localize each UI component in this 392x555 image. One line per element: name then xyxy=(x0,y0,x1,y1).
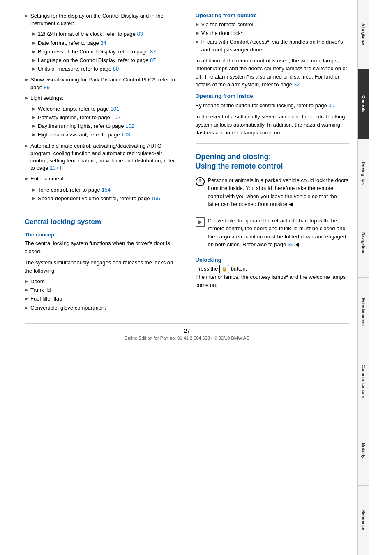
footer: 27 Online Edition for Part no. 01 41 2 6… xyxy=(25,323,349,340)
operating-outside-list: ▶ Via the remote control ▶ Via the door … xyxy=(196,21,350,53)
unlock-key-icon: 🔒 xyxy=(219,265,229,273)
warning-box: ! Persons or animals in a parked vehicle… xyxy=(196,176,350,212)
bullet-triangle: ▶ xyxy=(32,114,35,120)
link-154[interactable]: 154 xyxy=(101,187,111,193)
operating-inside-p1: By means of the button for central locki… xyxy=(196,102,350,110)
light-settings-list: ▶ Light settings: xyxy=(25,95,179,102)
list-item: ▶ Via the door lock* xyxy=(196,30,350,37)
settings-list: ▶ Settings for the display on the Contro… xyxy=(25,12,179,27)
sidebar-tab-controls[interactable]: Controls xyxy=(358,69,369,139)
link-89[interactable]: 89 xyxy=(44,84,50,90)
link-87a[interactable]: 87 xyxy=(150,49,156,55)
link-101[interactable]: 101 xyxy=(111,106,120,112)
sidebar-tab-reference[interactable]: Reference xyxy=(358,486,369,555)
item-text: Units of measure, refer to page 80 xyxy=(38,65,119,73)
list-item: ▶ Via the remote control xyxy=(196,21,350,28)
list-item: ▶ Doors xyxy=(25,278,179,285)
link-84[interactable]: 84 xyxy=(100,40,106,46)
bullet-triangle: ▶ xyxy=(25,13,28,19)
item-text: Convertible: glove compartment xyxy=(30,304,106,312)
climate-list: ▶ Automatic climate control: activating/… xyxy=(25,142,179,172)
item-text: Settings for the display on the Control … xyxy=(30,12,179,27)
sidebar-tab-mobility[interactable]: Mobility xyxy=(358,416,369,486)
link-83[interactable]: 83 xyxy=(137,31,143,37)
link-103[interactable]: 103 xyxy=(121,132,130,138)
item-text: Speed-dependent volume control, refer to… xyxy=(38,195,160,202)
item-text: 12h/24h format of the clock, refer to pa… xyxy=(38,30,143,38)
opening-closing-section: Opening and closing:Using the remote con… xyxy=(196,152,350,289)
operating-inside-p2: In the event of a sufficiently severe ac… xyxy=(196,113,350,137)
bullet-triangle: ▶ xyxy=(32,66,35,72)
bullet-triangle: ▶ xyxy=(25,176,28,182)
item-text: Light settings: xyxy=(30,95,63,102)
sidebar-tab-at-a-glance[interactable]: At a glance xyxy=(358,0,369,69)
link-39[interactable]: 39 xyxy=(288,241,293,247)
list-item: ▶ Date format, refer to page 84 xyxy=(32,39,179,47)
concept-p2: The system simultaneously engages and re… xyxy=(25,259,179,275)
link-155[interactable]: 155 xyxy=(151,195,160,201)
list-item: ▶ Show visual warning for Park Distance … xyxy=(25,76,179,91)
right-sidebar: At a glance Controls Driving tips Naviga… xyxy=(357,0,369,555)
list-item: ▶ Language on the Control Display, refer… xyxy=(32,57,179,64)
item-text: Via the door lock* xyxy=(201,30,243,37)
list-item: ▶ Pathway lighting, refer to page 102 xyxy=(32,114,179,121)
item-text: Entertainment: xyxy=(30,175,65,183)
list-item: ▶ Units of measure, refer to page 80 xyxy=(32,65,179,73)
item-text: Via the remote control xyxy=(201,21,254,28)
bullet-triangle: ▶ xyxy=(32,187,35,193)
list-item: ▶ Speed-dependent volume control, refer … xyxy=(32,195,179,202)
note-text: Convertible: to operate the retractable … xyxy=(208,217,350,249)
list-item: ▶ Automatic climate control: activating/… xyxy=(25,142,179,172)
link-102a[interactable]: 102 xyxy=(111,114,120,120)
two-column-layout: ▶ Settings for the display on the Contro… xyxy=(25,12,349,315)
item-text: In cars with Comfort Access*, via the ha… xyxy=(201,38,350,53)
list-item: ▶ Tone control, refer to page 154 xyxy=(32,186,179,194)
item-text: Fuel filler flap xyxy=(30,295,62,303)
operating-outside-heading: Operating from outside xyxy=(196,12,350,18)
item-text: Tone control, refer to page 154 xyxy=(38,186,111,194)
bullet-triangle: ▶ xyxy=(25,296,28,302)
bullet-triangle: ▶ xyxy=(32,57,35,63)
concept-p1: The central locking system functions whe… xyxy=(25,239,179,255)
entertainment-list: ▶ Entertainment: xyxy=(25,175,179,183)
unlocking-heading: Unlocking xyxy=(196,257,350,263)
list-item: ▶ Fuel filler flap xyxy=(25,295,179,303)
main-content: ▶ Settings for the display on the Contro… xyxy=(0,0,357,555)
warning-icon: ! xyxy=(196,177,205,186)
list-item: ▶ Trunk lid xyxy=(25,287,179,294)
operating-inside-section: Operating from inside By means of the bu… xyxy=(196,93,350,137)
bullet-triangle: ▶ xyxy=(32,132,35,138)
list-item: ▶ Entertainment: xyxy=(25,175,179,183)
item-text: Show visual warning for Park Distance Co… xyxy=(30,76,179,91)
bullet-triangle: ▶ xyxy=(196,30,199,36)
item-text: Trunk lid xyxy=(30,287,51,294)
pdc-list: ▶ Show visual warning for Park Distance … xyxy=(25,76,179,91)
divider xyxy=(25,209,179,209)
concept-items-list: ▶ Doors ▶ Trunk lid ▶ Fuel filler flap ▶… xyxy=(25,278,179,312)
item-text: Pathway lighting, refer to page 102 xyxy=(38,114,120,121)
list-item: ▶ Welcome lamps, refer to page 101 xyxy=(32,105,179,113)
page-container: ▶ Settings for the display on the Contro… xyxy=(0,0,392,555)
link-87b[interactable]: 87 xyxy=(150,57,156,63)
bullet-triangle: ▶ xyxy=(32,106,35,112)
link-30[interactable]: 30 xyxy=(328,102,334,109)
concept-heading: The concept xyxy=(25,231,179,238)
bullet-triangle: ▶ xyxy=(32,123,35,129)
item-text: Doors xyxy=(30,278,45,285)
list-item: ▶ Brightness of the Control Display, ref… xyxy=(32,48,179,56)
link-102b[interactable]: 102 xyxy=(125,123,134,129)
divider-2 xyxy=(196,143,350,144)
link-107[interactable]: 107 xyxy=(50,165,59,171)
link-32[interactable]: 32 xyxy=(294,81,300,88)
sidebar-tab-driving-tips[interactable]: Driving tips xyxy=(358,139,369,208)
sidebar-tab-navigation[interactable]: Navigation xyxy=(358,208,369,278)
unlocking-para: Press the 🔒 button. The interior lamps, … xyxy=(196,265,350,289)
right-column: Operating from outside ▶ Via the remote … xyxy=(191,12,350,315)
bullet-triangle: ▶ xyxy=(25,287,28,293)
sub-list-entertainment: ▶ Tone control, refer to page 154 ▶ Spee… xyxy=(32,186,179,202)
operating-outside-para: In addition, if the remote control is us… xyxy=(196,57,350,89)
link-80[interactable]: 80 xyxy=(113,66,119,72)
sidebar-tab-entertainment[interactable]: Entertainment xyxy=(358,278,369,347)
list-item: ▶ Convertible: glove compartment xyxy=(25,304,179,312)
sidebar-tab-communications[interactable]: Communications xyxy=(358,347,369,416)
